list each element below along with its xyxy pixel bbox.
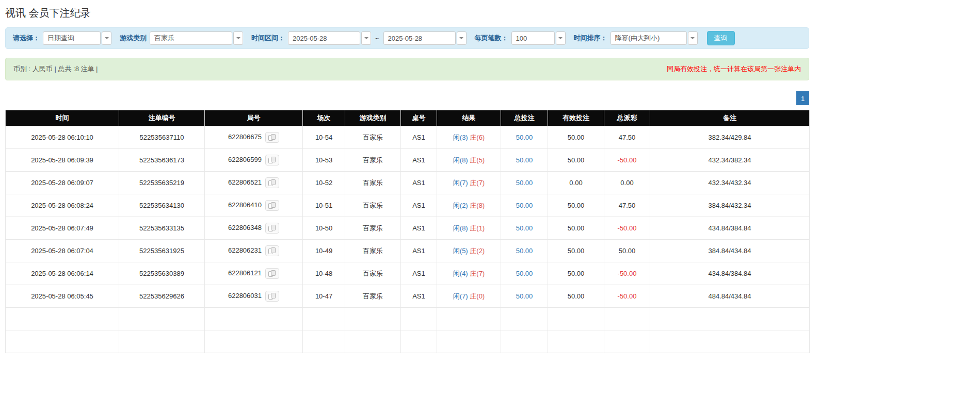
cell-note: 432.34/432.34 (650, 172, 810, 194)
summary-empty-cell (401, 308, 437, 330)
cell-round-id: 622806348 (205, 217, 303, 240)
cell-round-id: 622806410 (205, 194, 303, 217)
cell-note: 384.84/432.34 (650, 194, 810, 217)
total-bet-link[interactable]: 50.00 (516, 134, 533, 141)
cell-total-bet: 50.00 (501, 217, 548, 240)
cell-session: 10-51 (303, 194, 345, 217)
page-title: 视讯 会员下注纪录 (5, 6, 809, 20)
result-player: 闲(3) (453, 134, 468, 141)
cell-round-id: 622806521 (205, 172, 303, 194)
cell-total-bet: 50.00 (501, 126, 548, 149)
cell-table-no: AS1 (401, 240, 437, 262)
date-to-input[interactable] (383, 31, 456, 45)
pagination: 1 (5, 91, 809, 105)
cell-bet-id: 522535637110 (119, 126, 205, 149)
summary-currency-count: 币别 : 人民币 | 总共 :8 注单 | (13, 64, 98, 74)
total-bet-link[interactable]: 50.00 (516, 224, 533, 232)
view-round-cards-icon[interactable] (265, 200, 279, 211)
cell-bet-id: 522535636173 (119, 149, 205, 172)
cell-round-id: 622806599 (205, 149, 303, 172)
records-table-body: 2025-05-28 06:10:10522535637110622806675… (6, 126, 810, 353)
cell-game-type: 百家乐 (345, 262, 401, 285)
view-round-cards-icon[interactable] (265, 245, 279, 256)
cell-valid-bet: 50.00 (548, 262, 604, 285)
column-header-5: 桌号 (401, 110, 437, 126)
cell-total-bet: 50.00 (501, 149, 548, 172)
cell-payout: -50.00 (604, 217, 650, 240)
column-header-10: 备注 (650, 110, 810, 126)
cell-session: 10-48 (303, 262, 345, 285)
result-player: 闲(8) (453, 156, 468, 164)
cell-game-type: 百家乐 (345, 285, 401, 308)
summary-empty-cell (401, 330, 437, 353)
view-round-cards-icon[interactable] (265, 291, 279, 302)
total-bet-link[interactable]: 50.00 (516, 247, 533, 255)
table-row: 2025-05-28 06:07:49522535633135622806348… (6, 217, 810, 240)
summary-total-bet: 400.00 (501, 330, 548, 353)
summary-total-bet: 400.00 (501, 308, 548, 330)
cell-session: 10-47 (303, 285, 345, 308)
cell-payout: -50.00 (604, 262, 650, 285)
view-round-cards-icon[interactable] (265, 177, 279, 188)
view-round-cards-icon[interactable] (265, 155, 279, 165)
cell-payout: 47.50 (604, 194, 650, 217)
cell-table-no: AS1 (401, 126, 437, 149)
page-size-label: 每页笔数： (475, 34, 508, 43)
chevron-down-icon (558, 37, 563, 39)
page-button-1[interactable]: 1 (796, 91, 809, 105)
chevron-down-icon (236, 37, 240, 39)
game-type-label: 游戏类别 (120, 34, 147, 43)
column-header-3: 场次 (303, 110, 345, 126)
view-round-cards-icon[interactable] (265, 223, 279, 234)
cell-game-type: 百家乐 (345, 172, 401, 194)
summary-valid-bet: 350.00 (548, 330, 604, 353)
view-round-cards-icon[interactable] (265, 132, 279, 143)
cell-valid-bet: 50.00 (548, 126, 604, 149)
cell-result: 闲(8) 庄(1) (437, 217, 501, 240)
total-bet-link[interactable]: 50.00 (516, 179, 533, 187)
cell-time: 2025-05-28 06:09:07 (6, 172, 119, 194)
cell-game-type: 百家乐 (345, 149, 401, 172)
summary-empty-cell (437, 330, 501, 353)
time-sort-input[interactable] (611, 31, 687, 45)
cell-table-no: AS1 (401, 172, 437, 194)
query-type-dropdown-button[interactable] (102, 31, 111, 45)
round-id-text: 622806348 (228, 224, 262, 231)
page-size-dropdown-button[interactable] (556, 31, 566, 45)
cell-bet-id: 522535629626 (119, 285, 205, 308)
total-bet-link[interactable]: 50.00 (516, 202, 533, 209)
subtotal-row: 小计8400.00350.00-55.00 (6, 308, 810, 330)
total-bet-link[interactable]: 50.00 (516, 270, 533, 277)
time-sort-label: 时间排序： (574, 34, 607, 43)
total-bet-link[interactable]: 50.00 (516, 292, 533, 300)
cell-time: 2025-05-28 06:06:14 (6, 262, 119, 285)
table-row: 2025-05-28 06:10:10522535637110622806675… (6, 126, 810, 149)
table-row: 2025-05-28 06:07:04522535631925622806231… (6, 240, 810, 262)
cell-session: 10-49 (303, 240, 345, 262)
cell-payout: 47.50 (604, 126, 650, 149)
search-button[interactable]: 查询 (707, 31, 735, 45)
time-sort-combo (611, 31, 698, 45)
game-type-dropdown-button[interactable] (233, 31, 243, 45)
date-to-combo (383, 31, 467, 45)
summary-label: 小计 (6, 308, 119, 330)
view-round-cards-icon[interactable] (265, 268, 279, 279)
date-to-dropdown-button[interactable] (457, 31, 467, 45)
cell-payout: 50.00 (604, 240, 650, 262)
cell-bet-id: 522535631925 (119, 240, 205, 262)
cell-bet-id: 522535633135 (119, 217, 205, 240)
total-bet-link[interactable]: 50.00 (516, 156, 533, 164)
cell-total-bet: 50.00 (501, 285, 548, 308)
cell-time: 2025-05-28 06:07:49 (6, 217, 119, 240)
cell-bet-id: 522535635219 (119, 172, 205, 194)
game-type-input[interactable] (150, 31, 232, 45)
column-header-8: 有效投注 (548, 110, 604, 126)
result-banker: 庄(7) (470, 179, 485, 187)
query-type-input[interactable] (43, 31, 101, 45)
date-from-input[interactable] (288, 31, 360, 45)
date-from-dropdown-button[interactable] (361, 31, 371, 45)
page-size-input[interactable] (511, 31, 555, 45)
time-sort-dropdown-button[interactable] (688, 31, 698, 45)
result-player: 闲(4) (453, 270, 468, 277)
round-id-text: 622806121 (228, 269, 262, 277)
